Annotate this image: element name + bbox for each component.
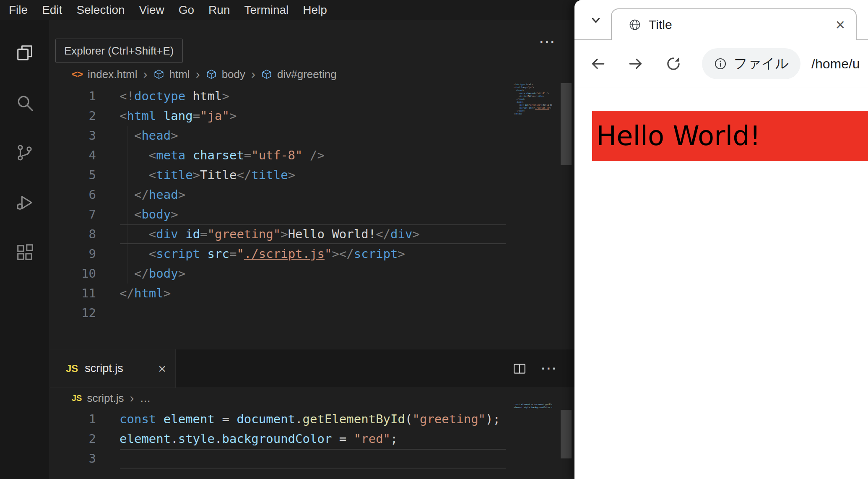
- code-line-1[interactable]: 1const element = document.getElementById…: [50, 409, 574, 429]
- reload-button[interactable]: [664, 55, 683, 73]
- breadcrumb: JS script.js › …: [50, 388, 574, 409]
- breadcrumb-file[interactable]: script.js: [87, 392, 124, 405]
- line-number: 9: [50, 244, 120, 264]
- address-url[interactable]: /home/u: [811, 56, 860, 72]
- breadcrumb-separator-icon: ›: [143, 68, 148, 81]
- breadcrumb-separator-icon: ›: [251, 68, 255, 81]
- run-debug-button[interactable]: [0, 177, 49, 227]
- browser-tab-title: Title: [649, 18, 672, 32]
- tab-script-js[interactable]: JS script.js ×: [50, 349, 176, 388]
- breadcrumb-html[interactable]: html: [169, 68, 190, 81]
- browser-toolbar: ファイル /home/u: [574, 40, 868, 88]
- extensions-button[interactable]: [0, 227, 49, 277]
- line-number: 1: [50, 86, 120, 106]
- code-line-8[interactable]: 8 <div id="greeting">Hello World!</div>: [50, 224, 574, 244]
- tab-close-icon[interactable]: ×: [836, 17, 845, 33]
- line-number: 3: [50, 449, 120, 469]
- editor-html-code[interactable]: 1<!doctype html>2<html lang="ja">3 <head…: [50, 86, 574, 323]
- line-number: 6: [50, 185, 120, 205]
- editor-actions-more-icon[interactable]: ···: [540, 35, 556, 49]
- code-line-4[interactable]: 4 <meta charset="utf-8" />: [50, 146, 574, 165]
- screen: File Edit Selection View Go Run Terminal…: [0, 0, 868, 479]
- line-number: 3: [50, 126, 120, 146]
- html-file-icon: <>: [72, 68, 83, 80]
- chevron-down-icon[interactable]: [590, 14, 602, 28]
- vscode-window: File Edit Selection View Go Run Terminal…: [0, 0, 574, 479]
- breadcrumb-separator-icon: ›: [130, 392, 134, 404]
- code-line-7[interactable]: 7 <body>: [50, 205, 574, 224]
- extensions-icon: [15, 243, 34, 262]
- site-info-label: ファイル: [734, 55, 789, 73]
- reload-icon: [665, 55, 682, 72]
- line-number: 8: [50, 224, 120, 244]
- menu-run[interactable]: Run: [201, 3, 237, 17]
- back-button[interactable]: [589, 55, 607, 73]
- symbol-box-icon: [153, 69, 164, 80]
- explorer-button[interactable]: [0, 28, 49, 78]
- browser-tab-strip: Title ×: [574, 0, 868, 40]
- search-button[interactable]: [0, 78, 49, 128]
- editor-actions-more-icon[interactable]: ···: [541, 362, 558, 376]
- search-icon: [15, 93, 34, 112]
- line-number: 11: [50, 284, 120, 303]
- breadcrumb-file[interactable]: index.html: [88, 68, 138, 81]
- code-line-3[interactable]: 3: [50, 449, 574, 469]
- scrollbar[interactable]: [561, 410, 572, 458]
- symbol-box-icon: [206, 69, 217, 80]
- menu-view[interactable]: View: [132, 3, 172, 17]
- explorer-icon: [15, 43, 34, 62]
- js-icon: JS: [72, 393, 82, 403]
- site-info-chip[interactable]: ファイル: [702, 48, 800, 79]
- line-number: 2: [50, 106, 120, 126]
- js-icon: JS: [66, 363, 78, 375]
- breadcrumb-ellipsis[interactable]: …: [140, 392, 151, 405]
- editor-js-code[interactable]: 1const element = document.getElementById…: [50, 409, 574, 469]
- code-line-11[interactable]: 11</html>: [50, 284, 574, 303]
- forward-button[interactable]: [626, 55, 645, 73]
- menu-selection[interactable]: Selection: [69, 3, 132, 17]
- tab-label: script.js: [85, 362, 123, 375]
- tab-close-icon[interactable]: ×: [158, 362, 166, 375]
- menu-bar: File Edit Selection View Go Run Terminal…: [0, 0, 574, 20]
- activity-bar: [0, 20, 50, 479]
- info-icon: [714, 57, 727, 70]
- source-control-button[interactable]: [0, 128, 49, 177]
- explorer-tooltip: Explorer (Ctrl+Shift+E): [55, 39, 183, 63]
- line-number: 7: [50, 205, 120, 224]
- minimap[interactable]: <!doctype html><html lang="ja"> <head> <…: [514, 83, 552, 122]
- code-line-2[interactable]: 2element.style.backgroundColor = "red";: [50, 429, 574, 449]
- code-line-3[interactable]: 3 <head>: [50, 126, 574, 146]
- browser-window: Title ×: [574, 0, 868, 479]
- menu-terminal[interactable]: Terminal: [237, 3, 296, 17]
- breadcrumb: <> index.html › html › body › div#greeti…: [50, 64, 574, 85]
- run-debug-icon: [15, 193, 34, 212]
- split-editor-icon[interactable]: [512, 361, 527, 376]
- menu-file[interactable]: File: [2, 3, 35, 17]
- line-number: 1: [50, 409, 120, 429]
- greeting-div: Hello World!: [592, 111, 868, 161]
- code-line-1[interactable]: 1<!doctype html>: [50, 86, 574, 106]
- breadcrumb-separator-icon: ›: [196, 68, 200, 81]
- breadcrumb-body[interactable]: body: [222, 68, 245, 81]
- symbol-box-icon: [261, 69, 272, 80]
- globe-icon: [629, 18, 641, 31]
- code-line-2[interactable]: 2<html lang="ja">: [50, 106, 574, 126]
- forward-icon: [627, 55, 644, 72]
- line-number: 10: [50, 264, 120, 284]
- browser-tab[interactable]: Title ×: [611, 8, 857, 40]
- code-line-12[interactable]: 12: [50, 303, 574, 323]
- code-line-10[interactable]: 10 </body>: [50, 264, 574, 284]
- line-number: 12: [50, 303, 120, 323]
- menu-help[interactable]: Help: [296, 3, 334, 17]
- code-line-5[interactable]: 5 <title>Title</title>: [50, 165, 574, 185]
- editor-area: ··· <> index.html › html › body ›: [50, 20, 574, 479]
- code-line-6[interactable]: 6 </head>: [50, 185, 574, 205]
- minimap[interactable]: const element = document.getElementById(…: [514, 403, 552, 420]
- line-number: 5: [50, 165, 120, 185]
- breadcrumb-div-greeting[interactable]: div#greeting: [277, 68, 337, 81]
- scrollbar[interactable]: [561, 83, 572, 165]
- menu-edit[interactable]: Edit: [35, 3, 69, 17]
- menu-go[interactable]: Go: [172, 3, 201, 17]
- editor-js-actions: ···: [512, 349, 574, 388]
- code-line-9[interactable]: 9 <script src="./script.js"></script>: [50, 244, 574, 264]
